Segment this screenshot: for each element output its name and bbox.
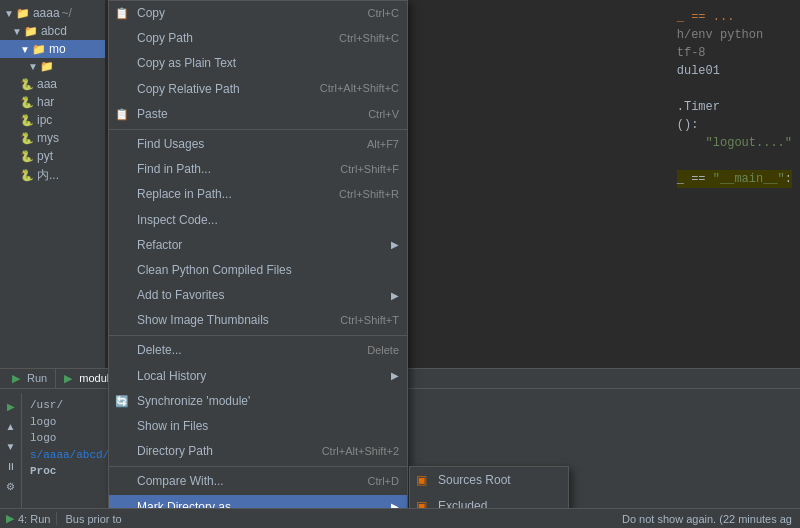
py-icon: 🐍 (20, 150, 34, 163)
menu-shortcut: Alt+F7 (367, 136, 399, 154)
menu-label: Replace in Path... (137, 185, 232, 204)
tree-item-ipc[interactable]: 🐍 ipc (0, 111, 105, 129)
menu-shortcut: Ctrl+Shift+F (340, 161, 399, 179)
menu-show-thumbnails[interactable]: Show Image Thumbnails Ctrl+Shift+T (109, 308, 407, 333)
menu-find-usages[interactable]: Find Usages Alt+F7 (109, 132, 407, 157)
tree-item-abcd[interactable]: ▼ 📁 abcd (0, 22, 105, 40)
menu-separator (109, 466, 407, 467)
menu-paste[interactable]: 📋 Paste Ctrl+V (109, 102, 407, 127)
folder-icon: 📁 (40, 60, 54, 73)
tree-item-nei[interactable]: 🐍 内... (0, 165, 105, 186)
tree-label: mys (37, 131, 59, 145)
code-line (677, 80, 792, 98)
settings-button[interactable]: ⚙ (2, 477, 20, 495)
tree-label: 内... (37, 167, 59, 184)
tab-run[interactable]: ▶ Run (4, 369, 56, 388)
up-button[interactable]: ▲ (2, 417, 20, 435)
tree-arrow: ▼ (12, 26, 22, 37)
play-button[interactable]: ▶ (2, 397, 20, 415)
menu-label: Directory Path (137, 442, 213, 461)
down-button[interactable]: ▼ (2, 437, 20, 455)
arrow-icon: ▶ (391, 288, 399, 304)
py-icon: 🐍 (20, 169, 34, 182)
code-line: "logout...." (677, 134, 792, 152)
menu-shortcut: Ctrl+Shift+T (340, 312, 399, 330)
menu-shortcut: Ctrl+Shift+R (339, 186, 399, 204)
menu-copy-path[interactable]: Copy Path Ctrl+Shift+C (109, 26, 407, 51)
menu-show-in-files[interactable]: Show in Files (109, 414, 407, 439)
code-line: h/env python (677, 26, 792, 44)
folder-icon: 📁 (24, 25, 38, 38)
menu-clean-python[interactable]: Clean Python Compiled Files (109, 258, 407, 283)
code-line: tf-8 (677, 44, 792, 62)
code-line: _ == ... (677, 8, 792, 26)
menu-synchronize[interactable]: 🔄 Synchronize 'module' (109, 389, 407, 414)
menu-label: Local History (137, 367, 206, 386)
tree-item-pyt[interactable]: 🐍 pyt (0, 147, 105, 165)
menu-add-favorites[interactable]: Add to Favorites ▶ (109, 283, 407, 308)
tree-arrow: ▼ (28, 61, 38, 72)
tree-label: aaaa (33, 6, 60, 20)
menu-replace-in-path[interactable]: Replace in Path... Ctrl+Shift+R (109, 182, 407, 207)
menu-separator (109, 335, 407, 336)
copy-icon: 📋 (115, 5, 129, 23)
tree-item-sub[interactable]: ▼ 📁 (0, 58, 105, 75)
tree-item-aaa[interactable]: 🐍 aaa (0, 75, 105, 93)
tab-label: Run (27, 372, 47, 384)
menu-shortcut: Ctrl+Shift+C (339, 30, 399, 48)
py-icon: 🐍 (20, 96, 34, 109)
menu-shortcut: Ctrl+D (368, 473, 399, 491)
menu-local-history[interactable]: Local History ▶ (109, 364, 407, 389)
notification-text: Do not show again. (22 minutes ag (614, 513, 800, 525)
py-icon: 🐍 (20, 114, 34, 127)
menu-shortcut: Ctrl+V (368, 106, 399, 124)
code-line: dule01 (677, 62, 792, 80)
submenu-sources-root[interactable]: ▣ Sources Root (410, 467, 568, 493)
menu-delete[interactable]: Delete... Delete (109, 338, 407, 363)
menu-find-in-path[interactable]: Find in Path... Ctrl+Shift+F (109, 157, 407, 182)
pause-button[interactable]: ⏸ (2, 457, 20, 475)
menu-label: Find in Path... (137, 160, 211, 179)
menu-directory-path[interactable]: Directory Path Ctrl+Alt+Shift+2 (109, 439, 407, 464)
menu-label: Clean Python Compiled Files (137, 261, 292, 280)
run-tab-label[interactable]: ▶ 4: Run (0, 512, 57, 525)
menu-label: Show in Files (137, 417, 208, 436)
menu-copy[interactable]: 📋 Copy Ctrl+C (109, 1, 407, 26)
folder-icon: 📁 (32, 43, 46, 56)
tree-label: aaa (37, 77, 57, 91)
sync-icon: 🔄 (115, 393, 129, 411)
menu-label: Copy (137, 4, 165, 23)
menu-shortcut: Ctrl+C (368, 5, 399, 23)
code-line: .Timer (677, 98, 792, 116)
py-icon: 🐍 (20, 132, 34, 145)
menu-label: Delete... (137, 341, 182, 360)
status-bar: ▶ 4: Run Bus prior to Do not show again.… (0, 508, 800, 528)
menu-compare-with[interactable]: Compare With... Ctrl+D (109, 469, 407, 494)
menu-shortcut: Ctrl+Alt+Shift+2 (322, 443, 399, 461)
menu-label: Paste (137, 105, 168, 124)
menu-label: Refactor (137, 236, 182, 255)
tree-label: pyt (37, 149, 53, 163)
menu-label: Show Image Thumbnails (137, 311, 269, 330)
code-line: (): (677, 116, 792, 134)
module-icon: ▶ (64, 372, 72, 384)
menu-shortcut: Ctrl+Alt+Shift+C (320, 80, 399, 98)
tree-item-mo[interactable]: ▼ 📁 mo (0, 40, 105, 58)
tree-label: har (37, 95, 54, 109)
tree-item-mys[interactable]: 🐍 mys (0, 129, 105, 147)
context-menu: 📋 Copy Ctrl+C Copy Path Ctrl+Shift+C Cop… (108, 0, 408, 521)
menu-refactor[interactable]: Refactor ▶ (109, 233, 407, 258)
menu-label: Copy as Plain Text (137, 54, 236, 73)
menu-label: Copy Path (137, 29, 193, 48)
menu-label: Synchronize 'module' (137, 392, 250, 411)
menu-copy-relative[interactable]: Copy Relative Path Ctrl+Alt+Shift+C (109, 77, 407, 102)
menu-label: Inspect Code... (137, 211, 218, 230)
status-text: Bus prior to (57, 513, 129, 525)
tree-item-root[interactable]: ▼ 📁 aaaa ~/ (0, 4, 105, 22)
code-line (677, 152, 792, 170)
menu-inspect-code[interactable]: Inspect Code... (109, 208, 407, 233)
menu-copy-plain[interactable]: Copy as Plain Text (109, 51, 407, 76)
tree-item-har[interactable]: 🐍 har (0, 93, 105, 111)
run-icon: ▶ (12, 372, 20, 384)
tree-arrow: ▼ (20, 44, 30, 55)
